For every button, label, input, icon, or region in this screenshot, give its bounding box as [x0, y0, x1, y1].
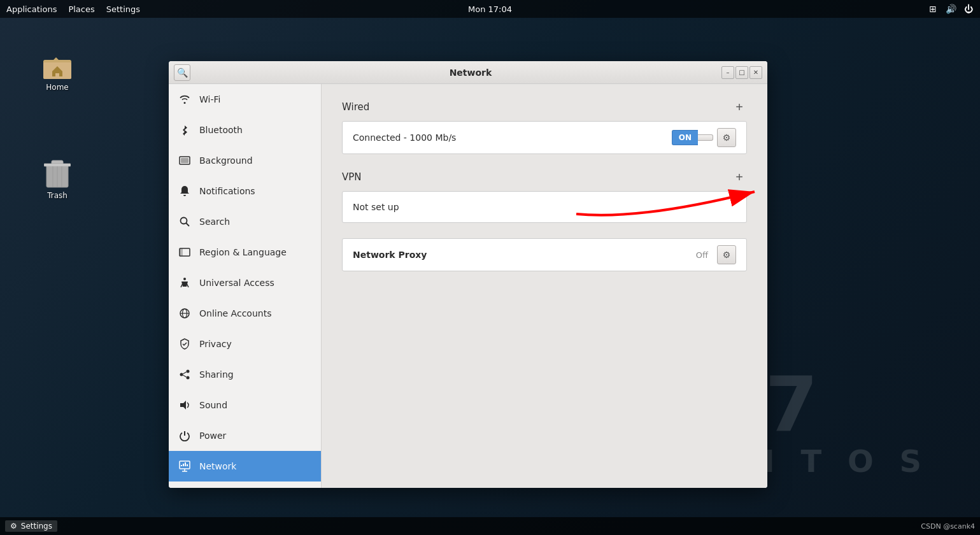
proxy-section: Network Proxy Off ⚙ [342, 238, 747, 271]
wired-connection-card: Connected - 1000 Mb/s ON ⚙ [342, 121, 747, 154]
sidebar-item-notifications-label: Notifications [199, 186, 255, 196]
notifications-icon [179, 185, 190, 197]
svg-rect-10 [181, 158, 188, 163]
window-body: Wi-Fi Bluetooth [169, 84, 767, 488]
bluetooth-icon [179, 124, 190, 136]
topbar: Applications Places Settings Mon 17:04 ⊞… [0, 0, 980, 18]
maximize-button[interactable]: □ [735, 66, 748, 79]
wired-gear-button[interactable]: ⚙ [717, 128, 736, 147]
window-title: Network [220, 68, 721, 78]
wifi-icon [179, 94, 190, 105]
sidebar-item-region[interactable]: Region & Language [169, 237, 321, 268]
sidebar-item-search-label: Search [199, 217, 230, 227]
topbar-right: ⊞ 🔊 ⏻ [928, 4, 974, 14]
topbar-left: Applications Places Settings [6, 4, 140, 14]
desktop: Home Trash 7 C E N T O S 🔍 Network – [0, 18, 980, 517]
sidebar-item-universal[interactable]: Universal Access [169, 268, 321, 298]
sidebar-item-bluetooth-label: Bluetooth [199, 125, 243, 135]
topbar-places[interactable]: Places [68, 4, 94, 14]
network-status-icon[interactable]: ⊞ [928, 4, 938, 14]
sidebar-item-privacy[interactable]: Privacy [169, 329, 321, 359]
proxy-row: Network Proxy Off ⚙ [343, 239, 746, 271]
home-desktop-icon[interactable]: Home [32, 50, 83, 92]
region-icon [179, 246, 190, 258]
topbar-clock: Mon 17:04 [468, 4, 512, 14]
sidebar-item-wifi[interactable]: Wi-Fi [169, 84, 321, 115]
sidebar-item-online[interactable]: Online Accounts [169, 298, 321, 329]
wired-toggle-off[interactable] [698, 134, 713, 141]
search-icon [179, 216, 190, 227]
home-icon-label: Home [46, 83, 68, 92]
sidebar: Wi-Fi Bluetooth [169, 84, 322, 488]
settings-window: 🔍 Network – □ ✕ [169, 61, 767, 488]
sidebar-item-background[interactable]: Background [169, 145, 321, 176]
sharing-icon [179, 369, 190, 380]
wired-connection-label: Connected - 1000 Mb/s [353, 132, 672, 143]
sound-icon [179, 399, 190, 411]
vpn-row: Not set up [343, 192, 746, 222]
universal-access-icon [179, 277, 190, 289]
vpn-add-button[interactable]: + [732, 169, 747, 185]
power-icon[interactable]: ⏻ [963, 4, 974, 14]
sidebar-item-search[interactable]: Search [169, 206, 321, 237]
proxy-label: Network Proxy [353, 250, 696, 260]
svg-point-22 [180, 373, 183, 376]
sidebar-item-notifications[interactable]: Notifications [169, 176, 321, 206]
background-icon [179, 155, 190, 166]
network-icon [179, 460, 190, 472]
sidebar-item-wifi-label: Wi-Fi [199, 94, 220, 104]
sidebar-item-background-label: Background [199, 155, 253, 166]
trash-svg [44, 158, 71, 189]
sidebar-item-sharing-label: Sharing [199, 369, 234, 380]
wired-connection-row: Connected - 1000 Mb/s ON ⚙ [343, 122, 746, 153]
trash-desktop-icon[interactable]: Trash [32, 158, 83, 200]
svg-point-15 [183, 278, 186, 280]
svg-point-21 [187, 369, 190, 373]
svg-point-23 [187, 376, 190, 379]
main-content: Wired + Connected - 1000 Mb/s ON ⚙ [322, 84, 767, 488]
vpn-card: Not set up [342, 191, 747, 223]
taskbar-right-text: CSDN @scank4 [921, 522, 975, 531]
wired-section-header: Wired + [342, 99, 747, 115]
taskbar-settings-item[interactable]: ⚙ Settings [5, 520, 57, 532]
online-accounts-icon [179, 308, 190, 319]
sidebar-item-bluetooth[interactable]: Bluetooth [169, 115, 321, 145]
wired-add-button[interactable]: + [732, 99, 747, 115]
main-inner: Wired + Connected - 1000 Mb/s ON ⚙ [322, 84, 767, 302]
privacy-icon [179, 338, 190, 350]
svg-line-25 [183, 372, 187, 374]
vpn-section: VPN + Not set up [342, 169, 747, 223]
taskbar-settings-label: Settings [21, 522, 52, 531]
wired-toggle-on[interactable]: ON [672, 130, 698, 145]
sidebar-item-sharing[interactable]: Sharing [169, 359, 321, 390]
trash-icon-label: Trash [47, 191, 67, 200]
sidebar-item-sound-label: Sound [199, 400, 227, 410]
minimize-button[interactable]: – [721, 66, 734, 79]
vpn-not-setup-label: Not set up [353, 202, 736, 212]
proxy-gear-button[interactable]: ⚙ [717, 245, 736, 264]
sidebar-item-power-label: Power [199, 431, 226, 441]
sidebar-search-btn[interactable]: 🔍 [174, 64, 190, 81]
taskbar-settings-icon: ⚙ [10, 522, 17, 531]
sidebar-item-sound[interactable]: Sound [169, 390, 321, 420]
proxy-card: Network Proxy Off ⚙ [342, 238, 747, 271]
sidebar-item-region-label: Region & Language [199, 247, 287, 257]
sidebar-item-online-label: Online Accounts [199, 308, 271, 318]
svg-marker-26 [180, 401, 186, 410]
svg-line-24 [183, 375, 187, 377]
svg-rect-14 [180, 248, 183, 256]
vpn-section-header: VPN + [342, 169, 747, 185]
volume-icon[interactable]: 🔊 [946, 4, 956, 14]
close-button[interactable]: ✕ [749, 66, 762, 79]
topbar-apps[interactable]: Applications [6, 4, 57, 14]
vpn-section-title: VPN [342, 171, 362, 183]
sidebar-item-power[interactable]: Power [169, 420, 321, 451]
power-settings-icon [179, 430, 190, 441]
topbar-settings[interactable]: Settings [106, 4, 140, 14]
sidebar-item-privacy-label: Privacy [199, 339, 232, 349]
window-controls: – □ ✕ [721, 66, 767, 79]
sidebar-item-network[interactable]: Network [169, 451, 321, 481]
window-titlebar: 🔍 Network – □ ✕ [169, 61, 767, 84]
home-folder-svg [42, 50, 73, 80]
svg-line-12 [186, 223, 189, 226]
